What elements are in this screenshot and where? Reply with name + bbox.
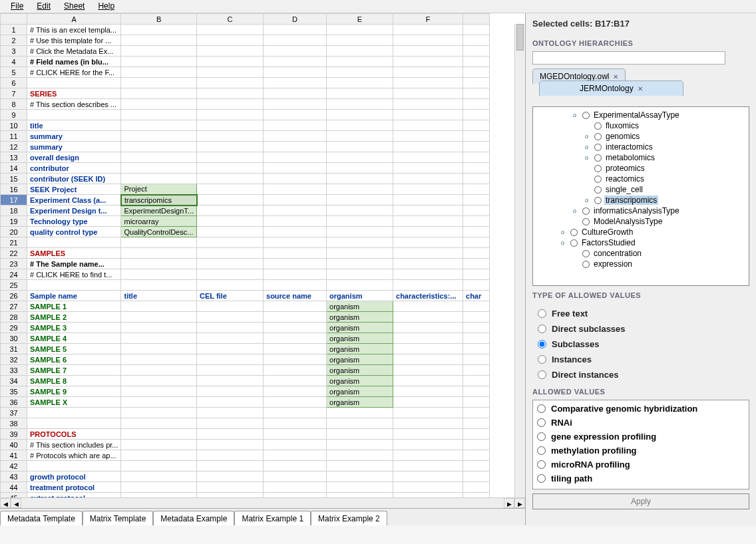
cell[interactable] [197,88,264,99]
scroll-right-icon[interactable]: ▶ [504,498,514,508]
table-row[interactable]: 42 [1,461,490,472]
cell[interactable] [197,99,264,110]
cell[interactable]: quality control type [27,227,121,237]
grid[interactable]: ABCDEF1# This is an excel templa...2# Us… [0,13,490,497]
row-header[interactable]: 30 [1,333,27,344]
cell[interactable] [327,227,393,237]
row-header[interactable]: 22 [1,248,27,259]
cell[interactable] [264,88,327,99]
expand-icon[interactable]: o [585,144,592,150]
cell[interactable] [393,323,463,333]
row-header[interactable]: 27 [1,301,27,312]
row-header[interactable]: 29 [1,323,27,333]
cell[interactable] [327,57,393,67]
cell[interactable] [393,461,463,472]
radio-icon[interactable] [537,418,546,427]
cell[interactable] [393,227,463,237]
scrollbar-horizontal[interactable]: ◀ ◀ ▶ ▶ [0,497,525,508]
cell[interactable] [463,450,490,461]
table-row[interactable]: 28SAMPLE 2organism [1,312,490,323]
tree-label[interactable]: informaticsAnalysisType [592,206,681,215]
table-row[interactable]: 31SAMPLE 5organism [1,344,490,354]
table-row[interactable]: 7SERIES [1,88,490,99]
cell[interactable] [197,376,264,386]
row-header[interactable]: 9 [1,110,27,120]
cell[interactable] [327,280,393,291]
cell[interactable] [463,269,490,280]
cell[interactable] [27,280,121,291]
radio-icon[interactable] [537,460,546,469]
row-header[interactable]: 2 [1,35,27,46]
cell[interactable] [264,184,327,195]
tree-node[interactable]: otranscripomics [537,195,745,205]
cell[interactable] [463,142,490,152]
cell[interactable] [121,269,197,280]
row-header[interactable]: 18 [1,205,27,216]
cell[interactable] [264,397,327,408]
cell[interactable]: # Click the Metadata Ex... [27,46,121,57]
cell[interactable] [27,461,121,472]
cell[interactable] [121,131,197,142]
cell[interactable] [197,46,264,57]
row-header[interactable]: 35 [1,386,27,397]
cell[interactable] [197,57,264,67]
cell[interactable] [197,174,264,184]
expand-icon[interactable]: o [573,112,580,118]
table-row[interactable]: 22SAMPLES [1,248,490,259]
row-header[interactable]: 12 [1,142,27,152]
cell[interactable]: SAMPLE 5 [27,344,121,354]
table-row[interactable]: 14contributor [1,163,490,174]
cell[interactable]: overall design [27,152,121,163]
col-header-C[interactable]: C [197,14,264,25]
cell[interactable]: title [121,291,197,301]
tree-node[interactable]: oFactorsStudied [537,237,745,248]
cell[interactable] [327,120,393,131]
row-header[interactable]: 14 [1,163,27,174]
cell[interactable]: SERIES [27,88,121,99]
close-icon[interactable]: ✕ [613,73,618,80]
ontology-search-input[interactable] [532,51,725,65]
cell[interactable] [264,120,327,131]
table-row[interactable]: 10title [1,120,490,131]
cell[interactable] [264,323,327,333]
cell[interactable] [393,46,463,57]
cell[interactable] [264,333,327,344]
cell[interactable]: summary [27,131,121,142]
cell[interactable] [463,174,490,184]
cell[interactable] [197,195,264,205]
sheet-tab[interactable]: Metadata Example [153,511,234,525]
cell[interactable] [327,152,393,163]
radio-icon[interactable] [594,186,602,194]
cell[interactable] [463,344,490,354]
cell[interactable] [463,323,490,333]
ontology-tree[interactable]: oExperimentalAssayTypefluxomicsogenomics… [532,106,749,286]
value-type-option[interactable]: Direct subclasses [532,321,749,337]
table-row[interactable]: 15contributor (SEEK ID) [1,174,490,184]
cell[interactable] [327,493,393,498]
cell[interactable] [264,25,327,35]
table-row[interactable]: 23# The Sample name... [1,259,490,269]
cell[interactable] [121,174,197,184]
cell[interactable] [393,110,463,120]
table-row[interactable]: 12summary [1,142,490,152]
cell[interactable] [463,67,490,78]
table-row[interactable]: 34SAMPLE 8organism [1,376,490,386]
cell[interactable] [463,57,490,67]
cell[interactable] [463,397,490,408]
tree-label[interactable]: expression [592,259,634,269]
cell[interactable]: organism [327,365,393,376]
table-row[interactable]: 17Experiment Class (a...transcripomics [1,195,490,205]
table-row[interactable]: 27SAMPLE 1organism [1,301,490,312]
radio-icon[interactable] [582,112,590,119]
cell[interactable] [393,344,463,354]
table-row[interactable]: 45extract protocol [1,493,490,498]
scroll-right-icon[interactable]: ▶ [514,498,525,508]
cell[interactable] [197,333,264,344]
cell[interactable]: transcripomics [121,195,197,205]
cell[interactable] [393,35,463,46]
cell[interactable] [264,301,327,312]
cell[interactable] [121,99,197,110]
tree-node[interactable]: fluxomics [537,120,745,131]
cell[interactable] [393,472,463,482]
tree-node[interactable]: oCultureGrowth [537,227,745,237]
